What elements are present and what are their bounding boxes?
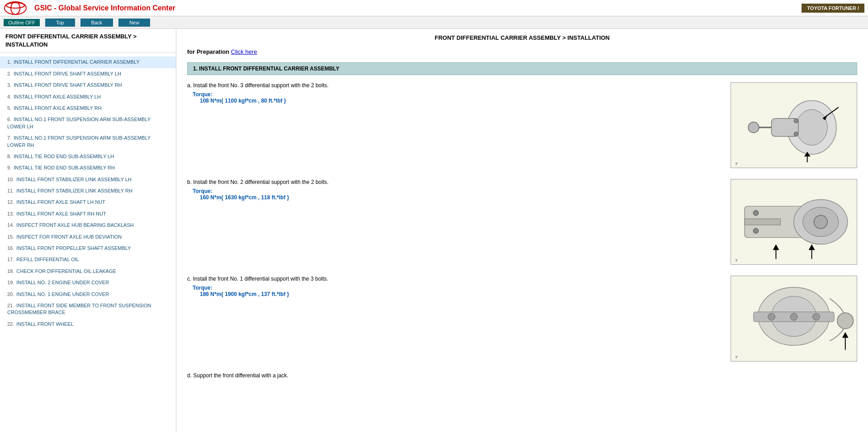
sidebar-item-18[interactable]: 18. CHECK FOR DIFFERENTIAL OIL LEAKAGE [0, 266, 176, 277]
step-a-row: a. Install the front No. 3 differential … [187, 82, 857, 168]
svg-text:T: T [735, 258, 738, 263]
sidebar-item-22[interactable]: 22. INSTALL FRONT WHEEL [0, 319, 176, 330]
sidebar-item-19[interactable]: 19. INSTALL NO. 2 ENGINE UNDER COVER [0, 277, 176, 288]
step-d-block: d. Support the front differential with a… [187, 372, 857, 379]
sidebar-item-17[interactable]: 17. REFILL DIFFERENTIAL OIL [0, 254, 176, 265]
step-b-text: b. Install the front No. 2 differential … [187, 179, 727, 201]
step-b-label: b. Install the front No. 2 differential … [187, 179, 716, 185]
step-a-image: T [731, 82, 857, 168]
step-c-torque: Torque: 186 N*m{ 1900 kgf*cm , 137 ft.*l… [193, 285, 716, 297]
sidebar-item-21[interactable]: 21. INSTALL FRONT SIDE MEMBER TO FRONT S… [0, 300, 176, 319]
step-b-diagram: T [731, 179, 857, 264]
back-button[interactable]: Back [80, 19, 113, 27]
outline-button[interactable]: Outline OFF [4, 19, 40, 26]
svg-point-20 [814, 215, 828, 229]
sidebar-item-9[interactable]: 9. INSTALL TIE ROD END SUB-ASSEMBLY RH [0, 162, 176, 174]
sidebar-item-7[interactable]: 7. INSTALL NO.1 FRONT SUSPENSION ARM SUB… [0, 132, 176, 151]
svg-point-9 [794, 118, 798, 123]
step-a-label: a. Install the front No. 3 differential … [187, 82, 716, 89]
step-c-block: c. Install the front No. 1 differential … [187, 276, 857, 362]
prep-text: for Preparation [187, 48, 229, 55]
toyota-logo [4, 1, 27, 15]
step-b-torque: Torque: 160 N*m{ 1630 kgf*cm , 118 ft.*l… [193, 188, 716, 201]
content-header: FRONT DIFFERENTIAL CARRIER ASSEMBLY > IN… [187, 34, 857, 43]
sidebar-item-14[interactable]: 14. INSPECT FRONT AXLE HUB BEARING BACKL… [0, 220, 176, 231]
svg-point-33 [768, 313, 775, 320]
top-button[interactable]: Top [45, 19, 75, 27]
step-c-label: c. Install the front No. 1 differential … [187, 276, 716, 282]
sidebar-item-2[interactable]: 2. INSTALL FRONT DRIVE SHAFT ASSEMBLY LH [0, 68, 176, 80]
sidebar-item-13[interactable]: 13. INSTALL FRONT AXLE SHAFT RH NUT [0, 208, 176, 220]
header: GSIC - Global Service Information Center… [0, 0, 868, 16]
step-c-row: c. Install the front No. 1 differential … [187, 276, 857, 362]
sidebar-item-8[interactable]: 8. INSTALL TIE ROD END SUB-ASSEMBLY LH [0, 151, 176, 162]
vehicle-badge: TOYOTA FORTUNER / [802, 4, 864, 13]
section1-header: 1. INSTALL FRONT DIFFERENTIAL CARRIER AS… [187, 62, 857, 75]
sidebar-item-11[interactable]: 11. INSTALL FRONT STABILIZER LINK ASSEMB… [0, 185, 176, 197]
step-c-image: T [731, 276, 857, 362]
svg-point-23 [753, 228, 759, 234]
content-area: FRONT DIFFERENTIAL CARRIER ASSEMBLY > IN… [176, 29, 868, 432]
step-a-diagram: T [731, 83, 857, 168]
svg-point-36 [837, 313, 854, 329]
sidebar-item-1[interactable]: 1. INSTALL FRONT DIFFERENTIAL CARRIER AS… [0, 56, 176, 68]
svg-text:T: T [735, 355, 738, 360]
sidebar-item-3[interactable]: 3. INSTALL FRONT DRIVE SHAFT ASSEMBLY RH [0, 80, 176, 91]
svg-point-8 [748, 122, 759, 133]
svg-point-10 [794, 132, 798, 136]
svg-point-34 [790, 313, 797, 320]
step-b-row: b. Install the front No. 2 differential … [187, 179, 857, 265]
toolbar: Outline OFF Top Back New [0, 16, 868, 29]
step-b-image: T [731, 179, 857, 265]
prep-line: for Preparation Click here [187, 48, 857, 55]
svg-rect-21 [745, 219, 780, 225]
svg-point-2 [6, 3, 24, 8]
prep-link[interactable]: Click here [231, 48, 257, 55]
sidebar: FRONT DIFFERENTIAL CARRIER ASSEMBLY > IN… [0, 29, 176, 432]
sidebar-item-6[interactable]: 6. INSTALL NO.1 FRONT SUSPENSION ARM SUB… [0, 114, 176, 132]
sidebar-item-15[interactable]: 15. INSPECT FOR FRONT AXLE HUB DEVIATION [0, 231, 176, 243]
sidebar-item-12[interactable]: 12. INSTALL FRONT AXLE SHAFT LH NUT [0, 197, 176, 208]
sidebar-list: 1. INSTALL FRONT DIFFERENTIAL CARRIER AS… [0, 53, 176, 333]
sidebar-item-16[interactable]: 16. INSTALL FRONT PROPELLER SHAFT ASSEMB… [0, 243, 176, 254]
sidebar-item-20[interactable]: 20. INSTALL NO. 1 ENGINE UNDER COVER [0, 289, 176, 300]
step-b-block: b. Install the front No. 2 differential … [187, 179, 857, 265]
svg-point-35 [813, 313, 820, 320]
toyota-logo-svg [4, 1, 27, 15]
sidebar-title: FRONT DIFFERENTIAL CARRIER ASSEMBLY > IN… [0, 29, 176, 53]
gsic-title: GSIC - Global Service Information Center [34, 4, 802, 12]
step-a-torque: Torque: 108 N*m{ 1100 kgf*cm , 80 ft.*lb… [193, 91, 716, 104]
step-c-text: c. Install the front No. 1 differential … [187, 276, 727, 297]
svg-point-5 [796, 109, 827, 145]
step-c-diagram: T [731, 276, 857, 361]
step-a-block: a. Install the front No. 3 differential … [187, 82, 857, 168]
sidebar-item-5[interactable]: 5. INSTALL FRONT AXLE ASSEMBLY RH [0, 103, 176, 114]
svg-text:T: T [735, 161, 738, 166]
sidebar-item-4[interactable]: 4. INSTALL FRONT AXLE ASSEMBLY LH [0, 91, 176, 103]
main-layout: FRONT DIFFERENTIAL CARRIER ASSEMBLY > IN… [0, 29, 868, 432]
sidebar-item-10[interactable]: 10. INSTALL FRONT STABILIZER LINK ASSEMB… [0, 174, 176, 185]
svg-point-22 [753, 210, 759, 216]
new-button[interactable]: New [118, 19, 150, 27]
step-d-label: d. Support the front differential with a… [187, 372, 857, 379]
step-a-text: a. Install the front No. 3 differential … [187, 82, 727, 104]
